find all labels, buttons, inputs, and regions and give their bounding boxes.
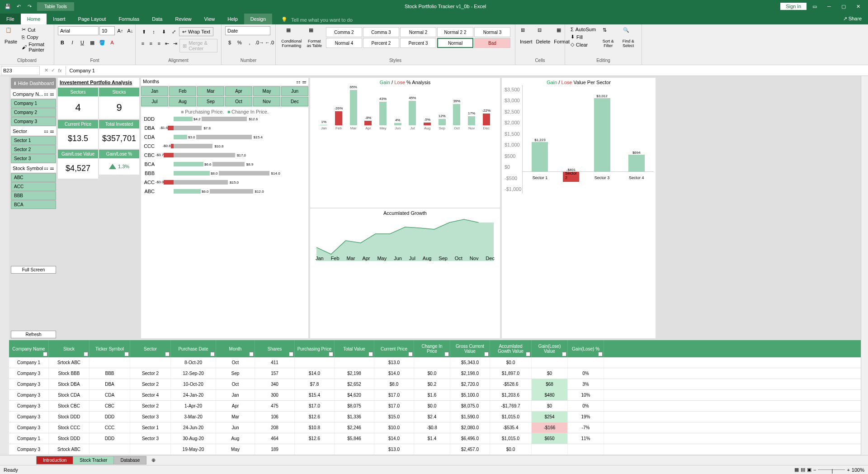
style-item[interactable]: Normal 2 2 [437, 27, 473, 37]
column-header[interactable]: Shares [255, 340, 295, 357]
style-item[interactable]: Normal [437, 38, 473, 48]
tab-design[interactable]: Design [244, 14, 272, 24]
column-header[interactable]: Ticker Symbol [90, 340, 130, 357]
column-header[interactable]: Stock [49, 340, 90, 357]
table-row[interactable]: Company 3Stock CBCCBCSector 21-Apr-20Apr… [9, 401, 861, 412]
filter-dropdown-icon[interactable] [329, 352, 333, 356]
sheet-tab[interactable]: Introduction [36, 456, 73, 465]
ribbon-options-icon[interactable]: ▭ [808, 1, 821, 11]
table-row[interactable]: Company 3Stock CDACDASector 424-Jan-20Ja… [9, 390, 861, 401]
filter-icon[interactable]: ⚏ ⚌ [44, 91, 54, 97]
currency-icon[interactable]: $ [225, 38, 234, 47]
number-format-select[interactable] [225, 26, 270, 35]
insert-cells-button[interactable]: ⊞Insert [519, 26, 533, 45]
table-row[interactable]: Company 3Stock DDDDDDSector 33-Mar-20Mar… [9, 412, 861, 422]
fx-icon[interactable]: fx [58, 68, 62, 73]
percent-icon[interactable]: % [235, 38, 244, 47]
view-layout-icon[interactable]: ▤ [801, 467, 805, 473]
month-button[interactable]: Jul [141, 97, 168, 106]
slicer-item[interactable]: Company 2 [11, 108, 56, 117]
save-icon[interactable]: 💾 [4, 2, 12, 10]
undo-icon[interactable]: ↶ [14, 2, 23, 10]
month-button[interactable]: Aug [169, 97, 196, 106]
sheet-tab[interactable]: Stock Tracker [73, 456, 114, 465]
tab-formulas[interactable]: Formulas [112, 14, 146, 24]
filter-icon[interactable]: ⚏ ⚌ [296, 79, 307, 85]
delete-cells-button[interactable]: ⊟Delete [535, 26, 552, 45]
orientation-icon[interactable]: ⤢ [169, 27, 178, 36]
tell-me-search[interactable]: 💡Tell me what you want to do [281, 17, 353, 24]
filter-dropdown-icon[interactable] [249, 352, 254, 356]
styles-gallery[interactable]: Comma 2 Comma 3 Normal 2 Normal 2 2 Norm… [325, 26, 511, 49]
align-left-icon[interactable]: ≡ [139, 39, 146, 48]
tab-view[interactable]: View [198, 14, 222, 24]
maximize-icon[interactable]: ▢ [837, 1, 850, 11]
zoom-level[interactable]: 100% [852, 467, 864, 473]
align-bottom-icon[interactable]: ⬇ [159, 27, 168, 36]
table-row[interactable]: Company 3Srtock ABC19-May-20May189$13.0$… [9, 444, 861, 455]
fontsize-select[interactable] [99, 26, 115, 35]
signin-button[interactable]: Sign in [780, 3, 807, 10]
column-header[interactable]: Purchase Date [171, 340, 216, 357]
sheet-tab[interactable]: Database [113, 456, 146, 465]
column-header[interactable]: Month [216, 340, 255, 357]
enter-icon[interactable]: ✓ [51, 67, 55, 73]
column-header[interactable]: Gain(Lose) % [568, 340, 604, 357]
row-headers[interactable] [0, 76, 9, 455]
filter-dropdown-icon[interactable] [562, 352, 566, 356]
autosum-button[interactable]: Σ AutoSum [569, 26, 598, 33]
column-header[interactable]: Gain(Lose) Value [532, 340, 568, 357]
style-item[interactable]: Normal 4 [326, 38, 362, 48]
style-item[interactable]: Percent 3 [400, 38, 436, 48]
formula-content[interactable]: Company 1 [66, 68, 868, 73]
slicer-item[interactable]: Company 3 [11, 117, 56, 126]
zoom-in-button[interactable]: + [847, 467, 849, 473]
slicer-item[interactable]: ABC [11, 173, 56, 182]
month-button[interactable]: Dec [281, 97, 308, 106]
month-button[interactable]: Mar [197, 86, 224, 96]
column-header[interactable]: Accumlated Gowth Value [490, 340, 532, 357]
conditional-formatting-button[interactable]: ▦Conditional Formatting [279, 26, 304, 49]
filter-icon[interactable]: ⚏ ⚌ [44, 128, 54, 134]
fill-color-button[interactable]: 🪣 [98, 38, 107, 47]
merge-button[interactable]: ⊞ Merge & Center [179, 39, 217, 52]
fullscreen-button[interactable]: Full Screen [11, 266, 56, 274]
tab-data[interactable]: Data [146, 14, 169, 24]
grow-font-icon[interactable]: A↑ [116, 26, 125, 35]
border-button[interactable]: ▦ [88, 38, 97, 47]
sort-filter-button[interactable]: ⇅Sort & Filter [599, 26, 617, 49]
table-row[interactable]: Company 3Stock CCCCCCSector 124-Jun-20Ju… [9, 422, 861, 433]
filter-dropdown-icon[interactable] [165, 352, 170, 356]
view-break-icon[interactable]: ▣ [807, 467, 811, 473]
hide-dashboard-button[interactable]: ⬇ Hide Dashboard [11, 78, 56, 89]
align-right-icon[interactable]: ≡ [156, 39, 163, 48]
style-item[interactable]: Normal 2 [400, 27, 436, 37]
slicer-item[interactable]: Sector 2 [11, 145, 56, 154]
share-button[interactable]: ↗ Share [837, 13, 868, 24]
style-item[interactable]: Normal 3 [474, 27, 510, 37]
indent-dec-icon[interactable]: ⇤ [164, 39, 171, 48]
format-painter-button[interactable]: 🖌Format Painter [20, 41, 50, 53]
shrink-font-icon[interactable]: A↓ [126, 26, 135, 35]
month-button[interactable]: Apr [225, 86, 252, 96]
month-button[interactable]: Jun [281, 86, 308, 96]
column-header[interactable]: Total Value [335, 340, 374, 357]
tab-pagelayout[interactable]: Page Layout [72, 14, 113, 24]
bold-button[interactable]: B [58, 38, 67, 47]
slicer-item[interactable]: Sector 3 [11, 154, 56, 163]
table-row[interactable]: Company 1Stock DDDDDDSector 330-Aug-20Au… [9, 433, 861, 444]
filter-dropdown-icon[interactable] [408, 352, 413, 356]
filter-dropdown-icon[interactable] [368, 352, 373, 356]
dec-decimal-icon[interactable]: ←.0 [265, 38, 274, 47]
month-button[interactable]: Jan [141, 86, 168, 96]
filter-icon[interactable]: ⚏ ⚌ [44, 165, 54, 171]
align-top-icon[interactable]: ⬆ [139, 27, 148, 36]
paste-button[interactable]: 📋Paste [4, 26, 18, 45]
comma-icon[interactable]: , [245, 38, 254, 47]
format-table-button[interactable]: ▦Format as Table [306, 26, 323, 49]
table-row[interactable]: Company 3Stock DBADBASector 210-Oct-20Oc… [9, 379, 861, 390]
month-button[interactable]: Sep [197, 97, 224, 106]
column-header[interactable]: Gross Current Value [450, 340, 490, 357]
view-normal-icon[interactable]: ▦ [794, 467, 799, 473]
filter-dropdown-icon[interactable] [289, 352, 293, 356]
